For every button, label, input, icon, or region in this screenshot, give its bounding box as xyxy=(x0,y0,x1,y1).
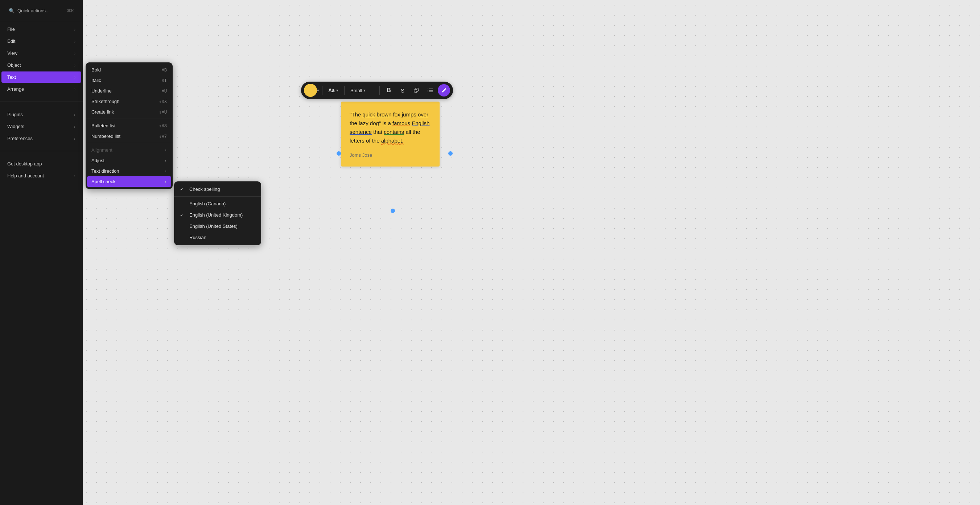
menu-item-create-link[interactable]: Create link ⇧⌘U xyxy=(86,107,173,117)
chevron-right-icon: › xyxy=(164,158,167,163)
sidebar-divider-3 xyxy=(0,151,83,151)
color-picker-button[interactable] xyxy=(304,84,317,97)
svg-point-3 xyxy=(428,89,428,89)
size-label: Small xyxy=(350,88,362,93)
check-icon: ✓ xyxy=(180,187,186,192)
menu-item-adjust[interactable]: Adjust › xyxy=(86,155,173,166)
strikethrough-button[interactable]: S xyxy=(396,84,409,97)
menu-item-italic[interactable]: Italic ⌘I xyxy=(86,75,173,86)
chevron-right-icon: › xyxy=(164,179,167,184)
toolbar-divider-1 xyxy=(322,86,323,95)
link-icon xyxy=(413,87,420,94)
chevron-right-icon: › xyxy=(74,113,75,117)
submenu-check-spelling[interactable]: ✓ Check spelling xyxy=(174,183,261,195)
color-dot xyxy=(306,86,315,95)
sidebar-item-arrange[interactable]: Arrange › xyxy=(2,83,81,95)
menu-item-bulleted-list[interactable]: Bulleted list ⇧⌘8 xyxy=(86,120,173,131)
color-dropdown-arrow[interactable]: ▾ xyxy=(317,88,319,93)
chevron-right-icon: › xyxy=(74,87,75,91)
sidebar-item-help-and-account[interactable]: Help and account › xyxy=(2,170,81,182)
sidebar-item-plugins[interactable]: Plugins › xyxy=(2,109,81,120)
chevron-right-icon: › xyxy=(74,63,75,67)
sidebar-item-get-desktop-app[interactable]: Get desktop app xyxy=(2,158,81,169)
submenu-english-us[interactable]: English (United States) xyxy=(174,221,261,232)
list-icon xyxy=(427,87,433,94)
quick-actions-label: Quick actions... xyxy=(18,8,50,13)
chevron-right-icon: › xyxy=(74,174,75,178)
selection-handle-right[interactable] xyxy=(448,151,453,156)
pen-icon xyxy=(441,87,447,94)
link-button[interactable] xyxy=(410,84,423,97)
chevron-right-icon: › xyxy=(74,27,75,32)
chevron-right-icon: › xyxy=(74,75,75,80)
check-icon: ✓ xyxy=(180,213,186,218)
chevron-right-icon: › xyxy=(164,148,167,153)
note-author: Joms Jose xyxy=(350,152,431,158)
search-icon: 🔍 xyxy=(9,8,14,13)
sidebar-item-text[interactable]: Text › xyxy=(2,72,81,83)
menu-divider-1 xyxy=(86,119,173,119)
menu-item-numbered-list[interactable]: Numbered list ⇧⌘7 xyxy=(86,131,173,142)
menu-item-strikethrough[interactable]: Strikethrough ⇧⌘X xyxy=(86,96,173,107)
pen-button[interactable] xyxy=(438,84,450,97)
menu-item-alignment: Alignment › xyxy=(86,145,173,155)
toolbar-divider-3 xyxy=(379,86,380,95)
svg-point-5 xyxy=(428,91,428,92)
selection-handle-bottom[interactable] xyxy=(391,209,395,213)
sidebar: 🔍 Quick actions... ⌘K File › Edit › View… xyxy=(0,0,83,505)
size-dropdown-arrow: ▾ xyxy=(363,88,366,93)
text-toolbar: ▾ Aa ▾ Small ▾ B S xyxy=(301,81,453,99)
list-button[interactable] xyxy=(424,84,436,97)
quick-actions-shortcut: ⌘K xyxy=(67,8,74,13)
chevron-right-icon: › xyxy=(74,124,75,129)
sidebar-item-widgets[interactable]: Widgets › xyxy=(2,121,81,132)
menu-item-text-direction[interactable]: Text direction › xyxy=(86,166,173,176)
submenu-russian[interactable]: Russian xyxy=(174,232,261,243)
svg-point-4 xyxy=(428,90,428,91)
sidebar-item-file[interactable]: File › xyxy=(2,24,81,35)
sidebar-divider-2 xyxy=(0,102,83,102)
sidebar-item-preferences[interactable]: Preferences › xyxy=(2,133,81,144)
chevron-right-icon: › xyxy=(164,169,167,174)
menu-item-underline[interactable]: Underline ⌘U xyxy=(86,86,173,96)
chevron-right-icon: › xyxy=(74,39,75,43)
menu-item-spell-check[interactable]: Spell check › xyxy=(87,176,171,187)
size-picker-button[interactable]: Small ▾ xyxy=(347,86,377,95)
selection-handle-left[interactable] xyxy=(337,151,341,156)
spell-check-submenu: ✓ Check spelling English (Canada) ✓ Engl… xyxy=(174,182,261,245)
submenu-divider xyxy=(174,196,261,197)
font-label: Aa xyxy=(328,88,335,93)
menu-divider-2 xyxy=(86,143,173,143)
sidebar-item-object[interactable]: Object › xyxy=(2,59,81,71)
submenu-english-uk[interactable]: ✓ English (United Kingdom) xyxy=(174,209,261,221)
toolbar-divider-2 xyxy=(344,86,345,95)
sidebar-item-edit[interactable]: Edit › xyxy=(2,35,81,47)
font-picker-button[interactable]: Aa ▾ xyxy=(325,86,341,95)
sidebar-divider-1 xyxy=(0,21,83,21)
text-menu: Bold ⌘B Italic ⌘I Underline ⌘U Strikethr… xyxy=(86,62,173,189)
submenu-english-canada[interactable]: English (Canada) xyxy=(174,198,261,209)
chevron-right-icon: › xyxy=(74,136,75,141)
note-card: "The quick brown fox jumps over the lazy… xyxy=(341,102,439,167)
chevron-right-icon: › xyxy=(74,51,75,56)
note-text: "The quick brown fox jumps over the lazy… xyxy=(350,110,431,145)
font-dropdown-arrow: ▾ xyxy=(336,88,338,93)
menu-item-bold[interactable]: Bold ⌘B xyxy=(86,65,173,75)
quick-actions-button[interactable]: 🔍 Quick actions... ⌘K xyxy=(3,4,80,17)
sidebar-item-view[interactable]: View › xyxy=(2,48,81,59)
bold-button[interactable]: B xyxy=(383,84,395,97)
